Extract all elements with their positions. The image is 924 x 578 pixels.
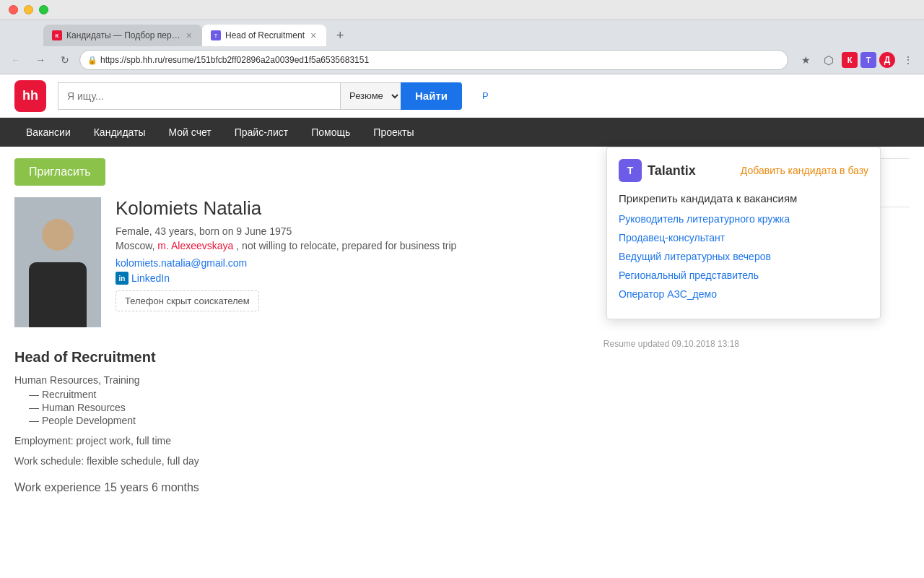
nav-item-vacancies[interactable]: Вакансии [14,118,82,147]
photo-body [29,262,87,327]
tab-title-2: Head of Recruitment [225,30,305,40]
lock-icon: 🔒 [87,56,97,65]
url-text: https://spb.hh.ru/resume/151bfcb2ff02896… [100,55,369,65]
resume-work-schedule: Work schedule: flexible schedule, full d… [14,455,739,467]
talantix-extension-button[interactable]: T [860,52,876,68]
photo-head [42,219,74,251]
hh-header: hh Резюме Найти Р [0,74,924,118]
ext-puzzle-button[interactable]: ⬡ [819,50,839,70]
os-titlebar [0,0,924,20]
talantix-logo: T [619,159,642,182]
resume-spec-item-1: — Human Resources [29,402,739,413]
tab-close-2[interactable]: × [309,30,318,41]
tab-kandidaty[interactable]: К Кандидаты — Подбор персо... × [43,25,202,46]
traffic-light-minimize[interactable] [24,5,33,14]
tab-title-1: Кандидаты — Подбор персо... [66,30,180,40]
phone-hidden: Телефон скрыт соискателем [116,290,259,311]
traffic-light-fullscreen[interactable] [39,5,48,14]
talantix-popup: T Talantix Добавить кандидата в базу При… [606,147,881,319]
main-content: Пригласить Kolomiets Natalia Female, 43 … [0,147,924,506]
linkedin-icon: in [116,272,128,285]
hh-extension-button[interactable]: К [842,52,858,68]
traffic-light-close[interactable] [9,5,18,14]
resume-position: Head of Recruitment [14,349,739,366]
tab-head-of-recruitment[interactable]: T Head of Recruitment × [202,25,326,46]
back-button[interactable]: ← [6,50,26,70]
talantix-attach-title: Прикрепить кандидата к вакансиям [619,192,868,204]
address-bar-row: ← → ↻ 🔒 https://spb.hh.ru/resume/151bfcb… [0,46,924,74]
talantix-brand-name: Talantix [648,163,696,178]
linkedin-link[interactable]: LinkedIn [131,272,170,284]
candidate-photo [14,197,101,327]
nav-item-candidates[interactable]: Кандидаты [82,118,157,147]
resume-specialization: Human Resources, Training [14,374,739,386]
talantix-popup-header: T Talantix Добавить кандидата в базу [619,159,868,182]
nav-item-projects[interactable]: Проекты [362,118,425,147]
nav-item-pricelist[interactable]: Прайс-лист [223,118,300,147]
browser-actions: ★ ⬡ К T Д ⋮ [796,50,918,70]
invite-button[interactable]: Пригласить [14,158,105,186]
tab-close-1[interactable]: × [185,30,193,41]
forward-button[interactable]: → [30,50,51,70]
talantix-vacancy-2[interactable]: Ведущий литературных вечеров [619,251,868,262]
hh-favicon-1: К [52,30,62,40]
tab-bar: К Кандидаты — Подбор персо... × T Head o… [0,20,924,46]
resume-updated: Resume updated 09.10.2018 13:18 [14,339,739,349]
new-tab-button[interactable]: + [329,25,351,46]
talantix-brand: T Talantix [619,159,696,182]
menu-button[interactable]: ⋮ [898,50,918,70]
browser-chrome: К Кандидаты — Подбор персо... × T Head o… [0,20,924,74]
candidate-location-link[interactable]: m. Alexeevskaya [157,240,233,251]
resume-spec-item-2: — People Development [29,415,739,426]
hh-search-select[interactable]: Резюме [340,82,401,110]
hh-search-right-text: Р [482,90,489,101]
refresh-button[interactable]: ↻ [55,50,75,70]
hh-search-input[interactable] [58,82,340,110]
talantix-vacancy-3[interactable]: Региональный представитель [619,269,868,281]
address-bar[interactable]: 🔒 https://spb.hh.ru/resume/151bfcb2ff028… [79,50,788,70]
nav-item-help[interactable]: Помощь [300,118,362,147]
talantix-vacancy-0[interactable]: Руководитель литературного кружка [619,213,868,225]
resume-employment: Employment: project work, full time [14,435,739,447]
work-experience-title: Work experience 15 years 6 months [14,481,739,494]
talantix-favicon-2: T [211,30,221,40]
hh-search-container: Резюме Найти [58,82,462,110]
resume-spec-item-0: — Recruitment [29,389,739,400]
photo-silhouette [14,197,101,327]
hh-search-button[interactable]: Найти [401,82,462,110]
user-profile-button[interactable]: Д [879,52,895,68]
talantix-add-to-base-button[interactable]: Добавить кандидата в базу [741,165,868,176]
talantix-vacancy-4[interactable]: Оператор АЗС_демо [619,288,868,300]
nav-item-account[interactable]: Мой счет [157,118,223,147]
bookmark-button[interactable]: ★ [796,50,816,70]
hh-logo[interactable]: hh [14,80,46,112]
talantix-vacancy-1[interactable]: Продавец-консультант [619,232,868,243]
hh-navigation: Вакансии Кандидаты Мой счет Прайс-лист П… [0,118,924,147]
